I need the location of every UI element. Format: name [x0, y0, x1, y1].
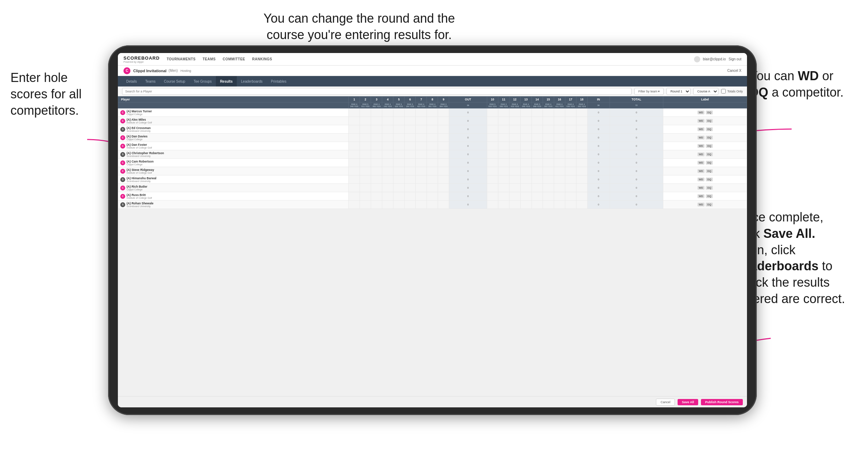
score-input-hole-1[interactable]: [350, 203, 358, 206]
score-hole-1[interactable]: [349, 175, 360, 184]
score-input-hole-4[interactable]: [383, 136, 392, 140]
score-hole-8[interactable]: [427, 159, 438, 167]
score-hole-7[interactable]: [416, 192, 427, 201]
dq-button[interactable]: DQ: [706, 144, 712, 148]
score-input-hole-7[interactable]: [417, 128, 425, 131]
score-input-hole-4[interactable]: [383, 170, 392, 173]
score-hole-13[interactable]: [520, 125, 531, 134]
score-hole-12[interactable]: [509, 134, 520, 142]
score-hole-1[interactable]: [349, 134, 360, 142]
score-hole-18[interactable]: [576, 175, 587, 184]
score-hole-16[interactable]: [554, 125, 565, 134]
score-hole-9[interactable]: [438, 167, 449, 175]
score-input-hole-6[interactable]: [406, 128, 414, 131]
score-hole-18[interactable]: [576, 184, 587, 192]
score-hole-15[interactable]: [543, 175, 554, 184]
score-hole-1[interactable]: [349, 142, 360, 150]
score-input-hole-16[interactable]: [555, 153, 564, 156]
score-input-hole-18[interactable]: [578, 111, 586, 114]
score-hole-11[interactable]: [498, 134, 509, 142]
score-hole-2[interactable]: [360, 125, 371, 134]
tab-details[interactable]: Details: [122, 76, 141, 86]
nav-tournaments[interactable]: TOURNAMENTS: [167, 57, 196, 61]
score-hole-14[interactable]: [531, 192, 543, 201]
score-hole-10[interactable]: [487, 117, 498, 125]
score-hole-13[interactable]: [520, 184, 531, 192]
score-hole-1[interactable]: [349, 150, 360, 159]
score-input-hole-4[interactable]: [383, 145, 392, 148]
score-input-hole-2[interactable]: [361, 161, 370, 165]
score-hole-14[interactable]: [531, 134, 543, 142]
score-input-hole-17[interactable]: [566, 145, 575, 148]
score-input-hole-9[interactable]: [439, 136, 448, 140]
score-input-hole-8[interactable]: [428, 111, 437, 114]
score-input-hole-13[interactable]: [522, 178, 530, 181]
score-input-hole-3[interactable]: [372, 153, 381, 156]
score-input-hole-15[interactable]: [544, 187, 553, 190]
score-hole-14[interactable]: [531, 117, 543, 125]
score-input-hole-2[interactable]: [361, 195, 370, 198]
score-hole-2[interactable]: [360, 108, 371, 117]
score-hole-17[interactable]: [565, 184, 576, 192]
score-input-hole-3[interactable]: [372, 128, 381, 131]
score-hole-7[interactable]: [416, 167, 427, 175]
score-input-hole-10[interactable]: [488, 195, 497, 198]
score-input-hole-10[interactable]: [488, 187, 497, 190]
score-hole-4[interactable]: [382, 175, 393, 184]
score-input-hole-4[interactable]: [383, 187, 392, 190]
publish-round-button[interactable]: Publish Round Scores: [701, 399, 743, 405]
score-hole-1[interactable]: [349, 108, 360, 117]
score-input-hole-14[interactable]: [533, 120, 542, 123]
score-hole-7[interactable]: [416, 117, 427, 125]
cancel-action-button[interactable]: Cancel: [656, 399, 675, 406]
score-hole-17[interactable]: [565, 125, 576, 134]
score-hole-11[interactable]: [498, 192, 509, 201]
save-all-button[interactable]: Save All: [678, 399, 698, 405]
score-input-hole-4[interactable]: [383, 120, 392, 123]
score-hole-16[interactable]: [554, 192, 565, 201]
score-input-hole-9[interactable]: [439, 120, 448, 123]
score-input-hole-10[interactable]: [488, 111, 497, 114]
score-input-hole-9[interactable]: [439, 161, 448, 165]
dq-button[interactable]: DQ: [706, 127, 712, 131]
score-hole-11[interactable]: [498, 125, 509, 134]
score-input-hole-9[interactable]: [439, 145, 448, 148]
score-hole-3[interactable]: [371, 167, 382, 175]
score-hole-13[interactable]: [520, 134, 531, 142]
score-input-hole-11[interactable]: [499, 136, 508, 140]
wd-button[interactable]: WD: [697, 178, 705, 181]
score-hole-8[interactable]: [427, 201, 438, 209]
score-input-hole-3[interactable]: [372, 178, 381, 181]
score-input-hole-15[interactable]: [544, 161, 553, 165]
score-input-hole-7[interactable]: [417, 170, 425, 173]
score-hole-8[interactable]: [427, 134, 438, 142]
score-input-hole-11[interactable]: [499, 178, 508, 181]
score-input-hole-3[interactable]: [372, 120, 381, 123]
score-input-hole-17[interactable]: [566, 195, 575, 198]
score-input-hole-18[interactable]: [578, 195, 586, 198]
score-input-hole-16[interactable]: [555, 178, 564, 181]
score-hole-6[interactable]: [405, 117, 416, 125]
score-input-hole-16[interactable]: [555, 195, 564, 198]
score-input-hole-17[interactable]: [566, 136, 575, 140]
score-input-hole-4[interactable]: [383, 111, 392, 114]
score-hole-12[interactable]: [509, 184, 520, 192]
score-input-hole-3[interactable]: [372, 145, 381, 148]
score-input-hole-10[interactable]: [488, 120, 497, 123]
score-hole-17[interactable]: [565, 167, 576, 175]
score-hole-11[interactable]: [498, 150, 509, 159]
score-input-hole-1[interactable]: [350, 136, 358, 140]
score-hole-15[interactable]: [543, 201, 554, 209]
score-input-hole-2[interactable]: [361, 136, 370, 140]
nav-committee[interactable]: COMMITTEE: [223, 57, 246, 61]
dq-button[interactable]: DQ: [706, 194, 712, 198]
score-input-hole-6[interactable]: [406, 195, 414, 198]
score-input-hole-5[interactable]: [394, 111, 403, 114]
score-hole-6[interactable]: [405, 175, 416, 184]
score-hole-10[interactable]: [487, 142, 498, 150]
score-input-hole-18[interactable]: [578, 128, 586, 131]
score-hole-14[interactable]: [531, 201, 543, 209]
dq-button[interactable]: DQ: [706, 111, 712, 114]
score-hole-7[interactable]: [416, 150, 427, 159]
score-hole-17[interactable]: [565, 108, 576, 117]
